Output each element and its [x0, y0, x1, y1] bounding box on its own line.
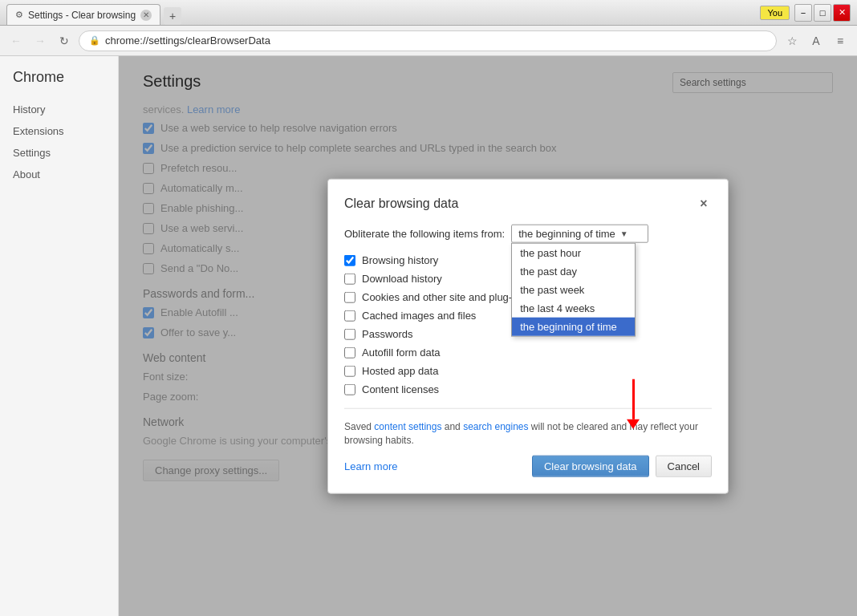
footer-note: Saved content settings and search engine… [344, 420, 712, 448]
page: Chrome History Extensions Settings About… [0, 56, 857, 616]
reload-button[interactable]: ↻ [55, 31, 74, 51]
dialog-header: Clear browsing data × [344, 196, 712, 212]
label-autofill-dialog: Autofill form data [362, 346, 441, 359]
footer-note-prefix: Saved [344, 421, 374, 432]
nav-icons: ☆ A ≡ [782, 30, 851, 51]
footer-note-middle: and [441, 421, 463, 432]
dialog-title: Clear browsing data [344, 197, 458, 211]
checkbox-passwords[interactable] [344, 329, 355, 340]
sidebar: Chrome History Extensions Settings About [0, 56, 119, 616]
title-bar: ⚙ Settings - Clear browsing ✕ + You − □ … [0, 0, 857, 26]
tab-favicon: ⚙ [15, 10, 23, 20]
checkbox-row-autofill: Autofill form data [344, 346, 712, 359]
main-content: Settings services. Learn more Use a web … [119, 56, 857, 616]
obliterate-label: Obliterate the following items from: [344, 228, 505, 240]
window-controls: You − □ ✕ [760, 4, 851, 22]
dropdown-list: the past hour the past day the past week… [511, 243, 636, 337]
checkbox-row-content-licenses: Content licenses [344, 383, 712, 395]
label-content-licenses: Content licenses [362, 383, 439, 395]
sidebar-item-history[interactable]: History [0, 99, 118, 120]
address-text: chrome://settings/clearBrowserData [105, 34, 766, 47]
nav-bar: ← → ↻ 🔒 chrome://settings/clearBrowserDa… [0, 26, 857, 56]
checkbox-content-licenses[interactable] [344, 384, 355, 395]
dropdown-trigger[interactable]: the beginning of time ▼ [511, 225, 648, 243]
maximize-button[interactable]: □ [814, 4, 831, 22]
back-button[interactable]: ← [6, 31, 26, 51]
forward-button[interactable]: → [30, 31, 50, 51]
checkbox-browsing-history[interactable] [344, 255, 355, 266]
extensions-button[interactable]: A [806, 30, 827, 51]
dialog-close-button[interactable]: × [696, 196, 712, 212]
active-tab[interactable]: ⚙ Settings - Clear browsing ✕ [6, 4, 160, 25]
arrow-head [627, 419, 640, 428]
dropdown-selected-value: the beginning of time [518, 228, 615, 240]
dropdown-option-alltime[interactable]: the beginning of time [512, 318, 635, 336]
menu-button[interactable]: ≡ [830, 30, 851, 51]
checkbox-cached[interactable] [344, 310, 355, 322]
label-browsing-history: Browsing history [362, 254, 438, 266]
dropdown-option-day[interactable]: the past day [512, 262, 635, 281]
checkbox-hosted-app[interactable] [344, 366, 355, 377]
obliterate-row: Obliterate the following items from: the… [344, 225, 712, 243]
sidebar-item-about[interactable]: About [0, 164, 118, 185]
time-range-dropdown[interactable]: the beginning of time ▼ the past hour th… [511, 225, 648, 243]
clear-browsing-dialog: Clear browsing data × Obliterate the fol… [327, 179, 729, 494]
search-engines-link[interactable]: search engines [463, 421, 528, 432]
checkbox-download-history[interactable] [344, 274, 355, 285]
red-arrow-annotation [627, 379, 640, 428]
learn-more-link[interactable]: Learn more [344, 460, 397, 472]
tab-area: ⚙ Settings - Clear browsing ✕ + [6, 0, 760, 25]
label-hosted-app: Hosted app data [362, 365, 438, 377]
bookmark-button[interactable]: ☆ [782, 30, 802, 51]
lock-icon: 🔒 [89, 35, 100, 46]
sidebar-item-settings[interactable]: Settings [0, 142, 118, 164]
new-tab-button[interactable]: + [164, 7, 181, 25]
button-group: Clear browsing data Cancel [532, 455, 712, 476]
sidebar-brand: Chrome [0, 69, 118, 99]
minimize-button[interactable]: − [794, 4, 812, 22]
checkbox-row-hostedapp: Hosted app data [344, 365, 712, 377]
clear-browsing-data-button[interactable]: Clear browsing data [532, 455, 649, 476]
tab-close-button[interactable]: ✕ [140, 10, 152, 21]
dialog-footer: Saved content settings and search engine… [344, 408, 712, 477]
checkbox-autofill-dialog[interactable] [344, 347, 355, 359]
label-passwords: Passwords [362, 328, 413, 340]
dropdown-option-week[interactable]: the past week [512, 281, 635, 299]
tab-title: Settings - Clear browsing [28, 10, 136, 21]
user-button[interactable]: You [760, 6, 790, 20]
content-settings-link[interactable]: content settings [374, 421, 441, 432]
address-bar[interactable]: 🔒 chrome://settings/clearBrowserData [79, 30, 777, 51]
arrow-line [632, 379, 635, 419]
dropdown-option-hour[interactable]: the past hour [512, 244, 635, 262]
cancel-button[interactable]: Cancel [656, 455, 712, 476]
checkbox-cookies[interactable] [344, 292, 355, 303]
dropdown-option-4weeks[interactable]: the last 4 weeks [512, 299, 635, 318]
label-cached: Cached images and files [362, 310, 476, 322]
sidebar-item-extensions[interactable]: Extensions [0, 120, 118, 142]
close-button[interactable]: ✕ [833, 4, 851, 22]
dropdown-arrow-icon: ▼ [620, 229, 628, 238]
label-download-history: Download history [362, 273, 442, 285]
dialog-actions: Learn more Clear browsing data Cancel [344, 455, 712, 476]
